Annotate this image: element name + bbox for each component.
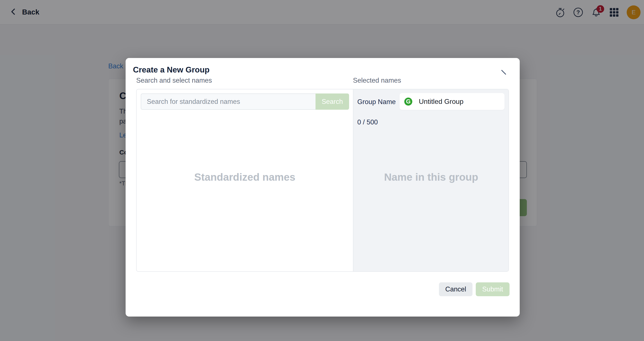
modal-title: Create a New Group [133, 65, 210, 74]
group-icon: G [404, 98, 412, 106]
search-input[interactable] [141, 93, 316, 110]
selected-names-panel [353, 89, 509, 272]
right-column-header: Selected names [353, 77, 401, 84]
group-name-value: Untitled Group [419, 98, 464, 106]
group-name-box[interactable]: G Untitled Group [400, 93, 504, 110]
names-panel: Search Standardized names Name in this g… [136, 89, 509, 272]
left-column-header: Search and select names [136, 77, 212, 84]
close-icon[interactable] [496, 65, 511, 80]
search-button[interactable]: Search [316, 93, 349, 110]
create-group-modal: Create a New Group Search and select nam… [126, 58, 520, 317]
search-row: Search [141, 93, 349, 110]
submit-button[interactable]: Submit [476, 282, 510, 296]
standardized-names-empty-state: Standardized names [137, 171, 353, 183]
group-name-label: Group Name [357, 98, 396, 106]
selection-counter: 0 / 500 [357, 118, 378, 126]
cancel-button[interactable]: Cancel [439, 282, 472, 296]
